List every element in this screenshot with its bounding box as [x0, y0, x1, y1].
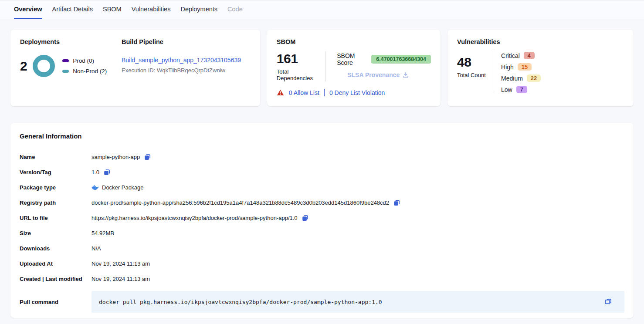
vulnerabilities-total: 48 [457, 55, 493, 70]
deployments-card: Deployments 2 Prod (0) Non-Prod (2) Buil… [10, 30, 260, 106]
build-pipeline-block: Build Pipeline Build_sample_python_app_1… [122, 38, 241, 98]
severity-row-medium: Medium 22 [501, 74, 541, 82]
severity-count-high: 15 [518, 63, 532, 71]
general-information-card: General Information Name sample-python-a… [10, 123, 634, 318]
vulnerabilities-total-label: Total Count [457, 72, 493, 78]
tab-bar: Overview Artifact Details SBOM Vulnerabi… [0, 0, 644, 19]
vulnerabilities-divider [493, 51, 493, 94]
nonprod-legend-swatch [62, 70, 69, 73]
info-row-name: Name sample-python-app [20, 149, 624, 165]
sbom-card: SBOM 161 Total Dependencies SBOM Score 6… [267, 30, 441, 106]
deny-list-violation-link[interactable]: 0 Deny List Violation [329, 89, 385, 96]
registry-path-value: docker-prod/sample-python-app/sha256:596… [92, 199, 389, 206]
links-divider [324, 89, 325, 96]
pull-command-value: docker pull pkg.harness.io/ikpsjoavtcwxn… [99, 299, 382, 305]
package-type-label: Package type [20, 184, 92, 191]
download-icon[interactable] [403, 72, 409, 78]
uploaded-at-value: Nov 19, 2024 11:13 am [92, 260, 150, 267]
pull-command-label: Pull command [20, 299, 92, 305]
copy-icon[interactable] [144, 153, 151, 161]
deployments-title: Deployments [20, 38, 122, 45]
severity-count-medium: 22 [527, 74, 541, 82]
severity-row-critical: Critical 4 [501, 51, 541, 60]
summary-cards-row: Deployments 2 Prod (0) Non-Prod (2) Buil… [10, 30, 634, 106]
uploaded-at-label: Uploaded At [20, 260, 92, 267]
info-row-pull-command: Pull command docker pull pkg.harness.io/… [20, 291, 624, 313]
nonprod-legend-label: Non-Prod (2) [73, 68, 107, 74]
prod-legend-swatch [62, 59, 69, 62]
severity-label-medium: Medium [501, 75, 523, 82]
deployments-total: 2 [20, 59, 27, 74]
sbom-divider [325, 51, 325, 81]
severity-count-critical: 4 [524, 52, 535, 59]
severity-count-low: 7 [516, 86, 527, 93]
name-label: Name [20, 154, 92, 160]
sbom-total-dependencies-label: Total Dependencies [277, 68, 325, 81]
tab-deployments[interactable]: Deployments [180, 0, 217, 19]
prod-legend-label: Prod (0) [73, 57, 94, 64]
url-to-file-value: https://pkg.harness.io/ikpsjoavtcwxnqisy… [92, 215, 298, 221]
version-value: 1.0 [92, 169, 99, 176]
info-row-package-type: Package type Docker Package [20, 180, 624, 195]
size-value: 54.92MB [92, 230, 114, 236]
pull-command-box: docker pull pkg.harness.io/ikpsjoavtcwxn… [92, 291, 624, 313]
severity-row-low: Low 7 [501, 85, 541, 94]
package-type-value: Docker Package [102, 184, 143, 191]
docker-whale-icon [92, 185, 99, 190]
info-row-downloads: Downloads N/A [20, 241, 624, 256]
legend-item-prod: Prod (0) [62, 57, 107, 64]
tab-sbom[interactable]: SBOM [103, 0, 122, 19]
execution-id: Execution ID: WqkTilbBRqecQrpDtZwniw [122, 67, 241, 74]
copy-icon[interactable] [103, 169, 111, 176]
warning-triangle-icon [277, 89, 284, 96]
allow-list-link[interactable]: 0 Allow List [289, 89, 319, 96]
copy-icon[interactable] [393, 199, 400, 206]
sbom-score-label: SBOM Score [337, 52, 367, 66]
sbom-score-badge: 6.470017636684304 [371, 55, 431, 64]
deployments-donut-chart [33, 55, 55, 77]
copy-icon[interactable] [302, 214, 309, 222]
tab-vulnerabilities[interactable]: Vulnerabilities [132, 0, 171, 19]
vulnerabilities-card: Vulnerabilities 48 Total Count Critical … [447, 30, 634, 106]
created-modified-label: Created | Last modified [20, 276, 92, 282]
tab-artifact-details[interactable]: Artifact Details [52, 0, 93, 19]
severity-label-high: High [501, 64, 514, 71]
severity-list: Critical 4 High 15 Medium 22 Low 7 [501, 51, 541, 94]
deployments-legend: Prod (0) Non-Prod (2) [62, 57, 107, 74]
url-to-file-label: URL to file [20, 215, 92, 221]
tab-code: Code [227, 0, 243, 19]
vulnerabilities-title: Vulnerabilities [457, 38, 624, 45]
downloads-label: Downloads [20, 245, 92, 252]
info-row-size: Size 54.92MB [20, 226, 624, 241]
copy-icon[interactable] [604, 298, 612, 306]
info-row-created-modified: Created | Last modified Nov 19, 2024 11:… [20, 271, 624, 287]
sbom-title: SBOM [277, 38, 431, 45]
pipeline-link[interactable]: Build_sample_python_app_1732043105639 [122, 57, 241, 64]
tab-overview[interactable]: Overview [14, 0, 42, 19]
build-pipeline-title: Build Pipeline [122, 38, 241, 45]
name-value: sample-python-app [92, 154, 140, 160]
registry-path-label: Registry path [20, 199, 92, 206]
sbom-total-dependencies: 161 [277, 51, 325, 66]
size-label: Size [20, 230, 92, 236]
version-label: Version/Tag [20, 169, 92, 176]
info-row-registry-path: Registry path docker-prod/sample-python-… [20, 195, 624, 210]
slsa-provenance-link[interactable]: SLSA Provenance [347, 71, 400, 78]
info-row-url-to-file: URL to file https://pkg.harness.io/ikpsj… [20, 210, 624, 226]
deployments-block: Deployments 2 Prod (0) Non-Prod (2) [20, 38, 122, 98]
info-row-uploaded-at: Uploaded At Nov 19, 2024 11:13 am [20, 256, 624, 271]
severity-label-low: Low [501, 86, 512, 93]
info-row-version: Version/Tag 1.0 [20, 165, 624, 180]
severity-label-critical: Critical [501, 52, 520, 59]
severity-row-high: High 15 [501, 63, 541, 71]
legend-item-nonprod: Non-Prod (2) [62, 68, 107, 74]
downloads-value: N/A [92, 245, 101, 252]
created-modified-value: Nov 19, 2024 11:13 am [92, 276, 150, 282]
general-information-title: General Information [20, 132, 624, 140]
